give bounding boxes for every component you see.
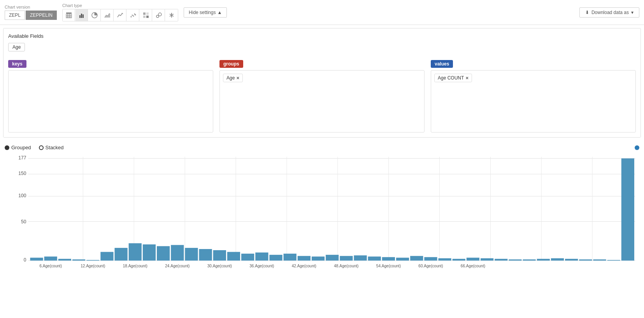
values-age-count-tag: Age COUNT ✕ <box>434 74 472 82</box>
zepl-button[interactable]: ZEPL <box>5 11 25 20</box>
settings-panel: Available Fields Age keys groups Age ✕ v… <box>3 28 641 138</box>
scatter-chart-icon <box>130 12 136 18</box>
values-age-count-remove-button[interactable]: ✕ <box>465 76 469 80</box>
svg-rect-2 <box>66 16 72 17</box>
bar-33[interactable] <box>495 259 507 260</box>
chart-type-label: Chart type <box>62 3 178 8</box>
download-chevron-icon: ▾ <box>631 10 633 15</box>
stacked-dot-icon <box>39 145 44 150</box>
bar-22[interactable] <box>340 256 353 261</box>
x-label-6: 42.Age(count) <box>292 264 316 268</box>
bar-4[interactable] <box>86 260 99 260</box>
drop-zones: keys groups Age ✕ values Age COUNT ✕ <box>8 60 636 132</box>
y-label-50: 50 <box>21 219 26 224</box>
svg-point-23 <box>158 13 161 16</box>
bar-29[interactable] <box>438 258 451 261</box>
bar-35[interactable] <box>523 260 536 261</box>
download-icon: ⬇ <box>585 10 589 15</box>
bar-26[interactable] <box>396 258 409 260</box>
chart-version-section: Chart version ZEPL ZEPPELIN <box>5 5 57 20</box>
bar-42[interactable] <box>621 158 634 260</box>
bar-40[interactable] <box>593 260 606 261</box>
groups-age-tag: Age ✕ <box>223 74 243 82</box>
bar-10[interactable] <box>171 245 184 261</box>
bar-18[interactable] <box>284 254 297 261</box>
bar-28[interactable] <box>424 257 437 261</box>
chart-type-bar-button[interactable] <box>75 9 88 21</box>
chart-type-buttons <box>62 9 178 21</box>
bar-20[interactable] <box>312 256 325 260</box>
legend-grouped[interactable]: Grouped <box>5 145 31 150</box>
values-drop-zone: values Age COUNT ✕ <box>431 60 636 132</box>
chart-type-table-button[interactable] <box>63 9 75 21</box>
toolbar: Chart version ZEPL ZEPPELIN Chart type <box>0 0 644 25</box>
chart-type-area-button[interactable] <box>101 9 114 21</box>
groups-area[interactable]: Age ✕ <box>219 70 425 132</box>
svg-rect-7 <box>81 14 82 18</box>
y-label-100: 100 <box>18 193 26 198</box>
chart-type-split-button[interactable] <box>165 9 178 21</box>
chart-type-scatter-button[interactable] <box>127 9 139 21</box>
bar-30[interactable] <box>453 259 465 260</box>
bar-17[interactable] <box>269 255 282 261</box>
bar-23[interactable] <box>354 255 367 260</box>
heatmap-icon <box>143 12 149 18</box>
bar-36[interactable] <box>537 259 550 260</box>
chart-version-label: Chart version <box>5 5 57 9</box>
groups-age-remove-button[interactable]: ✕ <box>236 76 239 80</box>
legend-grouped-label: Grouped <box>11 145 31 150</box>
svg-point-14 <box>132 15 133 16</box>
chart-type-bubble-button[interactable] <box>153 9 165 21</box>
x-label-1: 12.Age(count) <box>81 264 105 268</box>
groups-age-tag-label: Age <box>226 75 235 81</box>
download-label: Download data as <box>591 10 629 15</box>
hide-settings-button[interactable]: Hide settings ▲ <box>184 7 227 18</box>
y-label-0: 0 <box>24 257 26 263</box>
bar-38[interactable] <box>565 259 578 260</box>
bar-11[interactable] <box>185 248 198 261</box>
bar-5[interactable] <box>100 252 113 260</box>
bar-41[interactable] <box>607 260 620 260</box>
bar-13[interactable] <box>213 250 226 261</box>
version-buttons: ZEPL ZEPPELIN <box>5 11 57 20</box>
values-area[interactable]: Age COUNT ✕ <box>431 70 636 132</box>
chart-type-section: Chart type <box>62 3 178 21</box>
svg-rect-8 <box>82 14 84 18</box>
bar-14[interactable] <box>227 252 240 260</box>
bar-32[interactable] <box>481 258 493 261</box>
chart-accent-dot-icon <box>635 145 639 150</box>
chart-legend: Grouped Stacked <box>5 145 639 150</box>
bar-0[interactable] <box>30 258 43 260</box>
bar-31[interactable] <box>467 258 479 260</box>
bar-39[interactable] <box>579 260 592 261</box>
bar-19[interactable] <box>298 256 311 261</box>
bar-12[interactable] <box>199 249 212 261</box>
bar-7[interactable] <box>129 243 142 260</box>
bar-21[interactable] <box>326 255 339 261</box>
bar-15[interactable] <box>241 254 254 261</box>
bar-2[interactable] <box>58 259 71 260</box>
chart-type-heatmap-button[interactable] <box>140 9 152 21</box>
age-field-tag[interactable]: Age <box>8 43 25 51</box>
bar-16[interactable] <box>255 253 268 261</box>
bar-6[interactable] <box>114 248 127 261</box>
x-label-10: 66.Age(count) <box>461 264 485 268</box>
bar-9[interactable] <box>157 246 170 261</box>
bar-24[interactable] <box>368 256 381 260</box>
legend-stacked[interactable]: Stacked <box>39 145 64 150</box>
bar-34[interactable] <box>509 260 521 261</box>
bar-37[interactable] <box>551 258 564 261</box>
zeppelin-button[interactable]: ZEPPELIN <box>26 11 57 20</box>
keys-label: keys <box>8 60 26 68</box>
bar-25[interactable] <box>382 257 395 261</box>
chart-type-pie-button[interactable] <box>88 9 101 21</box>
pie-chart-icon <box>91 12 98 18</box>
chart-type-line-button[interactable] <box>114 9 126 21</box>
download-button[interactable]: ⬇ Download data as ▾ <box>579 7 639 18</box>
bar-1[interactable] <box>44 256 57 260</box>
svg-point-17 <box>135 14 136 16</box>
keys-area[interactable] <box>8 70 213 132</box>
bar-27[interactable] <box>410 256 423 261</box>
bar-3[interactable] <box>72 260 85 261</box>
bar-8[interactable] <box>143 244 156 260</box>
